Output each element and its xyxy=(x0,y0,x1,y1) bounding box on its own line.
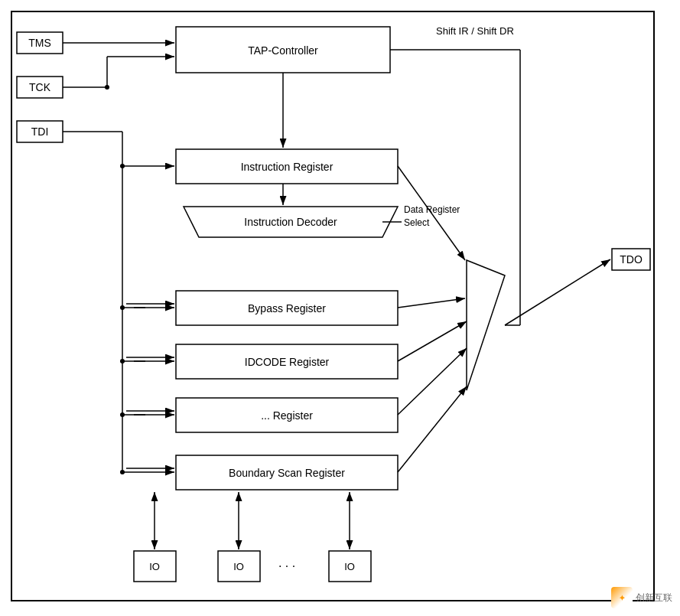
tdi-label: TDI xyxy=(31,125,49,138)
junction-tck xyxy=(105,85,109,90)
data-reg-select-label2: Select xyxy=(404,217,430,228)
diagram-container: TMS TCK TDI TDO TAP-Controller Instructi… xyxy=(0,0,680,616)
tdo-label: TDO xyxy=(620,253,643,266)
io3-label: IO xyxy=(344,561,355,572)
watermark-text: 创新互联 xyxy=(636,592,672,605)
watermark-icon: ✦ xyxy=(611,587,633,608)
boundary-scan-label: Boundary Scan Register xyxy=(229,467,345,479)
bypass-to-mux xyxy=(398,298,465,308)
junction-idcode xyxy=(120,359,125,363)
junction-bypass xyxy=(120,305,125,310)
shift-ir-dr-label: Shift IR / Shift DR xyxy=(436,25,514,37)
watermark: ✦ 创新互联 xyxy=(611,587,672,608)
instruction-register-label: Instruction Register xyxy=(241,161,333,173)
instruction-decoder-label: Instruction Decoder xyxy=(244,216,337,228)
junction-other xyxy=(120,412,125,417)
io1-label: IO xyxy=(149,561,160,572)
idcode-register-label: IDCODE Register xyxy=(245,356,330,368)
io2-label: IO xyxy=(233,561,244,572)
junction-bsr xyxy=(120,470,125,474)
bsr-to-mux xyxy=(398,386,467,472)
tck-label: TCK xyxy=(29,81,51,93)
data-mux-shape xyxy=(467,260,505,390)
tap-controller-label: TAP-Controller xyxy=(248,44,318,57)
junction-ir xyxy=(120,164,125,168)
tms-label: TMS xyxy=(28,37,51,49)
other-to-mux xyxy=(398,348,467,415)
idcode-to-mux xyxy=(398,321,467,361)
io-dots: · · · xyxy=(278,559,295,572)
other-register-label: ... Register xyxy=(261,409,313,422)
bypass-register-label: Bypass Register xyxy=(248,302,326,315)
